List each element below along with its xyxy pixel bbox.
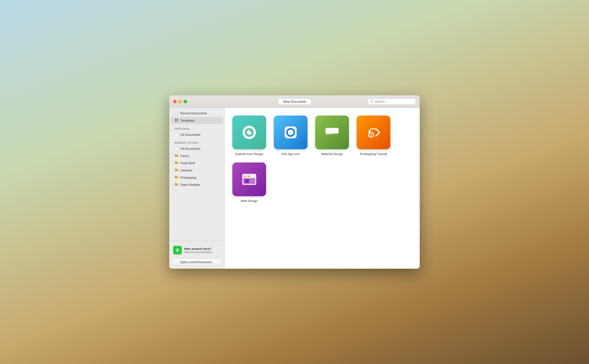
sidebar-bottom: New around here? View the documentation …	[169, 241, 224, 269]
svg-point-13	[288, 130, 294, 135]
sidebar-item-label: Templates	[180, 119, 195, 122]
sidebar-item-stark-portfolio[interactable]: Stark Portfolio	[171, 181, 223, 188]
template-label: Prototyping Tutorial	[360, 152, 387, 156]
sidebar-item-fancy[interactable]: Fancy	[171, 152, 223, 159]
sidebar-item-personal-all-docs[interactable]: 📄 All Documents	[171, 131, 223, 138]
templates-grid: Android Icon Design iOS App Icon	[232, 116, 412, 203]
template-thumb-prototyping	[357, 116, 390, 149]
help-title: New around here?	[184, 247, 212, 251]
document-icon: 📄	[175, 133, 178, 136]
open-local-button[interactable]: Open Local Document...	[172, 258, 222, 266]
sidebar-item-label: Libraries	[180, 169, 192, 172]
help-icon	[173, 246, 182, 254]
svg-line-1	[373, 102, 373, 103]
svg-point-23	[244, 176, 245, 177]
folder-icon	[175, 161, 178, 165]
clock-icon: 🕐	[175, 111, 178, 115]
svg-point-10	[249, 130, 251, 132]
titlebar: New Document	[169, 95, 420, 108]
maximize-button[interactable]	[184, 100, 187, 103]
folder-icon	[175, 176, 178, 179]
sidebar-item-label: Prototyping	[180, 176, 196, 179]
svg-line-21	[369, 132, 371, 132]
window-title: New Document	[278, 98, 311, 105]
svg-rect-5	[177, 120, 178, 122]
template-label: Material Design	[321, 152, 343, 156]
sidebar-item-prototyping[interactable]: Prototyping	[171, 174, 223, 181]
minimize-button[interactable]	[178, 100, 182, 103]
app-window: New Document 🕐 Recent Documents	[169, 95, 420, 269]
search-icon	[370, 100, 373, 104]
template-item-ios[interactable]: iOS App Icon	[274, 116, 308, 156]
folder-icon	[175, 168, 178, 172]
sidebar-item-libraries[interactable]: Libraries	[171, 167, 223, 174]
sidebar-item-templates[interactable]: Templates	[171, 117, 223, 124]
search-bar[interactable]	[368, 98, 416, 105]
template-label: Web Design	[241, 199, 258, 203]
sidebar-item-recent-documents[interactable]: 🕐 Recent Documents	[171, 110, 223, 117]
template-item-prototyping[interactable]: Prototyping Tutorial	[357, 116, 390, 156]
monday-studio-section-label: MONDAY STUDIO	[169, 138, 224, 145]
help-card: New around here? View the documentation	[172, 244, 222, 256]
main-content: 🕐 Recent Documents Templates	[169, 108, 420, 269]
search-input[interactable]	[375, 100, 413, 103]
help-subtitle: View the documentation	[184, 251, 212, 254]
sidebar-item-label: Food Stuff	[180, 161, 195, 165]
sidebar-item-label: Stark Portfolio	[180, 183, 200, 187]
svg-point-18	[370, 134, 372, 136]
sidebar: 🕐 Recent Documents Templates	[169, 108, 225, 269]
svg-rect-2	[175, 119, 176, 120]
svg-rect-16	[326, 128, 339, 134]
sidebar-item-label: All Documents	[180, 133, 201, 136]
traffic-lights	[173, 100, 187, 103]
document-icon: 📄	[175, 147, 178, 150]
template-thumb-ios	[274, 116, 308, 149]
template-item-material[interactable]: Material Design	[315, 116, 349, 156]
folder-icon	[175, 154, 178, 158]
sidebar-item-label: Recent Documents	[180, 111, 207, 115]
svg-line-20	[369, 129, 371, 132]
template-area: Android Icon Design iOS App Icon	[225, 108, 420, 269]
template-thumb-webdesign	[232, 162, 266, 196]
template-item-webdesign[interactable]: Web Design	[232, 162, 266, 203]
svg-point-25	[248, 176, 250, 177]
template-label: Android Icon Design	[235, 152, 263, 156]
templates-icon	[175, 118, 178, 123]
template-label: iOS App Icon	[281, 152, 300, 156]
folder-icon	[175, 183, 178, 187]
template-thumb-android	[232, 116, 266, 149]
svg-point-24	[246, 176, 248, 177]
template-item-android[interactable]: Android Icon Design	[232, 116, 266, 156]
sidebar-item-studio-all-docs[interactable]: 📄 All Documents	[171, 145, 223, 152]
personal-section-label: PERSONAL	[169, 124, 224, 131]
help-text: New around here? View the documentation	[184, 247, 212, 254]
sidebar-item-label: Fancy	[180, 154, 189, 158]
close-button[interactable]	[173, 100, 177, 103]
svg-rect-4	[175, 120, 176, 122]
svg-rect-3	[177, 119, 178, 120]
sidebar-item-label: All Documents	[180, 147, 201, 150]
title-tab: New Document	[278, 98, 311, 105]
template-thumb-material	[315, 116, 349, 149]
sidebar-nav: 🕐 Recent Documents Templates	[169, 110, 224, 241]
svg-rect-27	[245, 179, 249, 183]
sidebar-item-food-stuff[interactable]: Food Stuff	[171, 160, 223, 166]
